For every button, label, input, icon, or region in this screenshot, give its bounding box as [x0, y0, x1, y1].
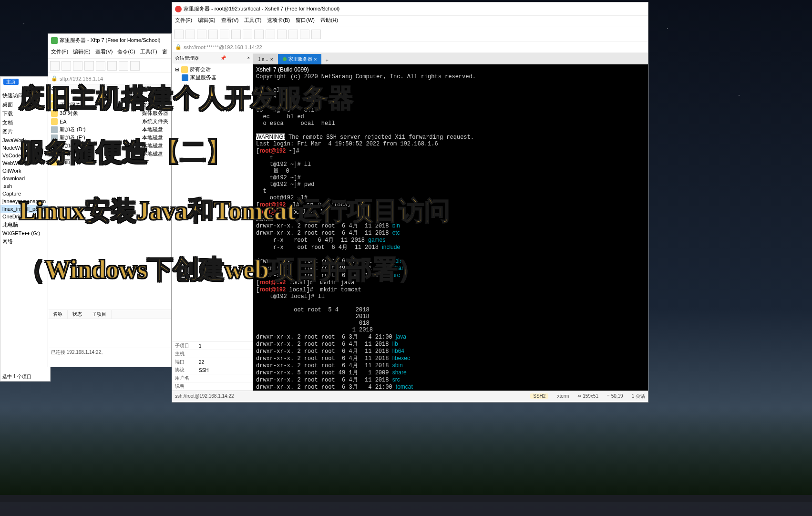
- toolbar-button[interactable]: [243, 30, 252, 39]
- xshell-titlebar[interactable]: 家里服务器 - root@192:/usr/local - Xshell 7 (…: [172, 2, 648, 16]
- list-item[interactable]: 此电脑: [0, 220, 50, 229]
- xshell-window[interactable]: 家里服务器 - root@192:/usr/local - Xshell 7 (…: [172, 2, 648, 402]
- file-explorer-window[interactable]: 主页 快速访问 桌面 下载 文档 图片 JavaWork NodeWork Vs…: [0, 76, 51, 382]
- list-item[interactable]: .ssh: [0, 182, 50, 190]
- list-item[interactable]: VsCodeWork: [0, 152, 50, 159]
- toolbar-button[interactable]: [174, 30, 184, 39]
- xftp-window[interactable]: 家里服务器 - Xftp 7 (Free for Home/School) 文件…: [48, 33, 172, 367]
- toolbar-button[interactable]: [197, 30, 206, 39]
- xftp-titlebar[interactable]: 家里服务器 - Xftp 7 (Free for Home/School): [48, 34, 171, 47]
- list-item[interactable]: 文档: [0, 118, 50, 127]
- col-size[interactable]: 大小: [107, 84, 139, 93]
- status-size: ⇔ 159x51: [577, 393, 598, 399]
- toolbar-button[interactable]: [311, 30, 321, 39]
- toolbar-button[interactable]: [50, 61, 60, 71]
- explorer-home-tab[interactable]: 主页: [3, 79, 19, 85]
- table-row[interactable]: 新加卷 (G:)本地磁盘: [48, 142, 171, 150]
- toolbar-button[interactable]: [84, 61, 94, 71]
- xftp-title-text: 家里服务器 - Xftp 7 (Free for Home/School): [60, 37, 161, 44]
- folder-icon: [51, 94, 58, 101]
- list-item[interactable]: 图片: [0, 127, 50, 136]
- list-item[interactable]: 下载: [0, 109, 50, 118]
- list-item[interactable]: 桌面: [0, 100, 50, 109]
- table-row[interactable]: 新加卷 (D:)本地磁盘: [48, 125, 171, 134]
- col-name[interactable]: 名称: [48, 84, 107, 93]
- th-status[interactable]: 状态: [68, 310, 87, 319]
- menu-window[interactable]: 窗: [162, 48, 167, 57]
- table-row[interactable]: EA系统文件夹: [48, 117, 171, 125]
- table-row[interactable]: 天翼网关文件夹: [48, 101, 171, 109]
- menu-view[interactable]: 查看(V): [221, 17, 239, 26]
- list-item[interactable]: WebWork: [0, 159, 50, 167]
- new-tab-button[interactable]: +: [321, 57, 332, 64]
- list-item[interactable]: 快速访问: [0, 91, 50, 100]
- menu-window[interactable]: 窗口(W): [296, 17, 315, 26]
- table-row[interactable]: 桌面: [48, 158, 171, 166]
- table-row[interactable]: 3D 对象媒体服务器: [48, 109, 171, 117]
- list-item[interactable]: 网络: [0, 237, 50, 246]
- xftp-address-bar[interactable]: 🔒 sftp://192.168.1.14: [48, 73, 171, 84]
- col-type[interactable]: 类型: [139, 84, 171, 93]
- status-dot-icon: [283, 57, 287, 61]
- tree-session[interactable]: 家里服务器: [182, 73, 250, 82]
- table-row[interactable]: 本地磁盘 (C:)本地磁盘: [48, 150, 171, 158]
- toolbar-button[interactable]: [266, 30, 275, 39]
- taskbar-item[interactable]: [52, 497, 72, 514]
- list-item[interactable]: OneDrive: [0, 213, 50, 220]
- list-item[interactable]: Capture: [0, 190, 50, 197]
- toolbar-button[interactable]: [288, 30, 298, 39]
- table-row[interactable]: 新加卷 (E:)本地磁盘: [48, 134, 171, 142]
- toolbar-button[interactable]: [96, 61, 105, 71]
- xftp-toolbar: [48, 59, 171, 73]
- session-icon: [182, 74, 188, 81]
- pin-icon[interactable]: 📌: [220, 55, 226, 61]
- list-item[interactable]: download: [0, 175, 50, 182]
- menu-file[interactable]: 文件(F): [51, 48, 68, 57]
- list-item[interactable]: WXGET♦♦♦ (G:): [0, 229, 50, 237]
- toolbar-button[interactable]: [107, 61, 117, 71]
- list-item[interactable]: JavaWork: [0, 136, 50, 144]
- tree-root[interactable]: ⊟ 所有会话: [175, 65, 250, 73]
- toolbar-button[interactable]: [254, 30, 264, 39]
- th-sub[interactable]: 子项目: [87, 310, 112, 319]
- menu-view[interactable]: 查看(V): [95, 48, 113, 57]
- list-item[interactable]: GitWork: [0, 167, 50, 175]
- terminal-output[interactable]: Xshell 7 (Build 0099) Copyright (c) 2020…: [253, 64, 648, 391]
- windows-taskbar[interactable]: [0, 495, 812, 516]
- toolbar-button[interactable]: [119, 61, 128, 71]
- menu-tools[interactable]: 工具(T): [140, 48, 157, 57]
- taskbar-item[interactable]: [29, 497, 49, 514]
- toolbar-button[interactable]: [231, 30, 241, 39]
- menu-tabs[interactable]: 选项卡(B): [267, 17, 290, 26]
- list-item[interactable]: linux_install_packa: [0, 205, 50, 213]
- start-button[interactable]: [5, 497, 25, 514]
- xshell-address-bar[interactable]: 🔒 ssh://root:******@192.168.1.14:22: [172, 41, 648, 53]
- menu-tools[interactable]: 工具(T): [244, 17, 261, 26]
- folder-icon: [51, 118, 58, 125]
- th-name[interactable]: 名称: [48, 310, 68, 319]
- menu-command[interactable]: 命令(C): [117, 48, 135, 57]
- menu-edit[interactable]: 编辑(E): [73, 48, 91, 57]
- tab-local[interactable]: 1 s...×: [253, 54, 278, 64]
- toolbar-button[interactable]: [220, 30, 229, 39]
- list-item[interactable]: NodeWork: [0, 144, 50, 152]
- table-row[interactable]: ..: [48, 93, 171, 101]
- close-icon[interactable]: ×: [247, 55, 250, 61]
- toolbar-button[interactable]: [300, 30, 309, 39]
- toolbar-button[interactable]: [277, 30, 287, 39]
- menu-edit[interactable]: 编辑(E): [198, 17, 216, 26]
- toolbar-button[interactable]: [62, 61, 71, 71]
- close-icon[interactable]: ×: [270, 57, 273, 62]
- toolbar-button[interactable]: [130, 61, 140, 71]
- toolbar-button[interactable]: [185, 30, 195, 39]
- list-item[interactable]: janeeyremanagem: [0, 197, 50, 205]
- toolbar-button[interactable]: [73, 61, 82, 71]
- toolbar-button[interactable]: [208, 30, 218, 39]
- menu-help[interactable]: 帮助(H): [320, 17, 338, 26]
- xshell-address: ssh://root:******@192.168.1.14:22: [184, 44, 262, 50]
- menu-file[interactable]: 文件(F): [175, 17, 192, 26]
- tab-session[interactable]: 家里服务器×: [278, 54, 322, 64]
- session-tree: ⊟ 所有会话 家里服务器: [172, 63, 253, 83]
- drive-icon: [51, 143, 58, 149]
- close-icon[interactable]: ×: [314, 57, 317, 62]
